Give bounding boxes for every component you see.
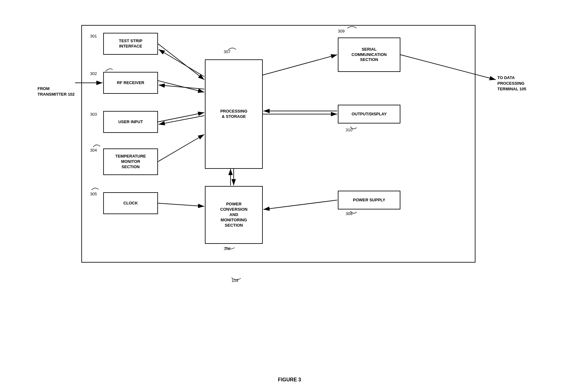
ref-310: 310 (346, 128, 353, 132)
power-supply-block: POWER SUPPLY (338, 191, 400, 209)
output-display-block: OUTPUT/DISPLAY (338, 105, 400, 123)
ref-306: 306 (346, 211, 353, 216)
power-conv-block: POWERCONVERSIONANDMONITORINGSECTION (205, 186, 263, 244)
ref-302: 302 (90, 71, 97, 76)
temp-monitor-block: TEMPERATUREMONITORSECTION (103, 148, 158, 175)
rf-receiver-block: RF RECEIVER (103, 72, 158, 94)
test-strip-interface-block: TEST STRIPINTERFACE (103, 33, 158, 55)
processing-storage-block: PROCESSING& STORAGE (205, 59, 263, 169)
ref-301: 301 (90, 34, 97, 38)
main-outer-box (81, 25, 475, 263)
ref-308: 308 (224, 246, 231, 251)
ref-304: 304 (90, 148, 97, 153)
clock-block: CLOCK (103, 192, 158, 214)
from-transmitter-label: FROMTRANSMITTER 102 (38, 86, 74, 97)
ref-303: 303 (90, 112, 97, 117)
to-terminal-label: TO DATA PROCESSINGTERMINAL 105 (497, 75, 538, 92)
ref-305: 305 (90, 192, 97, 196)
serial-comm-block: SERIALCOMMUNICATIONSECTION (338, 38, 400, 72)
user-input-block: USER INPUT (103, 111, 158, 133)
ref-104: 104 (231, 278, 238, 283)
ref-309: 309 (338, 29, 345, 33)
ref-307: 307 (224, 49, 231, 54)
figure-caption: FIGURE 3 (278, 377, 301, 383)
diagram-container: 104 FROMTRANSMITTER 102 TO DATA PROCESSI… (38, 13, 538, 356)
